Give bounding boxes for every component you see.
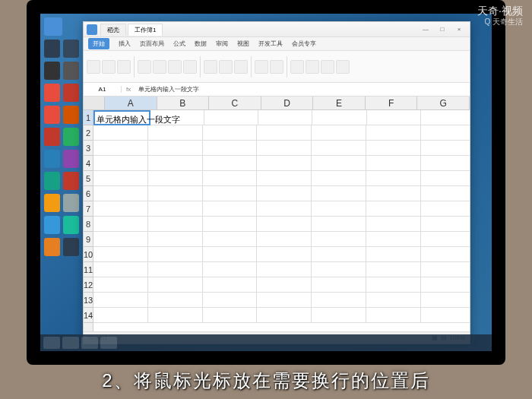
cell[interactable] bbox=[203, 201, 258, 217]
cell[interactable] bbox=[257, 141, 312, 156]
row-header[interactable]: 8 bbox=[84, 217, 93, 232]
cell[interactable] bbox=[148, 141, 203, 156]
cell[interactable] bbox=[312, 156, 366, 171]
cell[interactable] bbox=[148, 277, 203, 293]
cells-grid[interactable]: 单元格内输入一段文字 bbox=[93, 110, 470, 331]
cell[interactable] bbox=[312, 125, 366, 141]
merge-button[interactable] bbox=[255, 60, 268, 74]
cell[interactable] bbox=[366, 277, 421, 293]
cell[interactable] bbox=[421, 125, 470, 141]
cell[interactable] bbox=[421, 247, 470, 262]
menu-member[interactable]: 会员专享 bbox=[292, 40, 316, 48]
cell[interactable] bbox=[93, 247, 148, 262]
row-header[interactable]: 10 bbox=[84, 247, 93, 262]
cell[interactable] bbox=[203, 247, 258, 262]
cell[interactable] bbox=[148, 201, 203, 217]
align-left-button[interactable] bbox=[204, 60, 217, 74]
cell[interactable] bbox=[312, 308, 366, 323]
taskbar-item[interactable] bbox=[100, 337, 117, 349]
cell[interactable] bbox=[257, 262, 312, 277]
font-button[interactable] bbox=[138, 60, 151, 74]
menu-file[interactable]: 开始 bbox=[88, 38, 109, 49]
cell[interactable] bbox=[366, 293, 421, 308]
cell[interactable] bbox=[366, 186, 421, 201]
fx-icon[interactable]: fx bbox=[122, 86, 135, 93]
cell[interactable] bbox=[366, 262, 421, 277]
desktop-icon[interactable] bbox=[63, 62, 79, 80]
desktop-icon[interactable] bbox=[44, 216, 60, 234]
filter-button[interactable] bbox=[336, 60, 350, 74]
cell[interactable] bbox=[312, 293, 366, 308]
desktop-icon[interactable] bbox=[44, 106, 60, 124]
select-all-corner[interactable] bbox=[84, 97, 105, 110]
sort-button[interactable] bbox=[321, 60, 334, 74]
cell[interactable] bbox=[148, 156, 203, 171]
cell[interactable] bbox=[366, 217, 421, 232]
cell[interactable] bbox=[203, 277, 258, 293]
cell[interactable] bbox=[312, 247, 366, 262]
minimize-button[interactable]: — bbox=[418, 24, 433, 35]
cell[interactable] bbox=[148, 186, 203, 201]
cell[interactable] bbox=[204, 110, 258, 125]
cell[interactable] bbox=[93, 171, 148, 186]
cell[interactable] bbox=[148, 308, 203, 323]
cell[interactable] bbox=[257, 171, 312, 186]
cell[interactable] bbox=[366, 308, 421, 323]
row-header[interactable]: 4 bbox=[84, 156, 93, 171]
cell-a1[interactable]: 单元格内输入一段文字 bbox=[93, 110, 150, 125]
row-header[interactable]: 3 bbox=[84, 141, 93, 156]
cell[interactable] bbox=[203, 125, 258, 141]
cell[interactable] bbox=[203, 141, 258, 156]
cell[interactable] bbox=[148, 125, 203, 141]
row-header[interactable]: 5 bbox=[84, 171, 93, 186]
cell[interactable] bbox=[203, 156, 258, 171]
tab-docer[interactable]: 稻壳 bbox=[100, 24, 126, 36]
cell[interactable] bbox=[312, 262, 366, 277]
cell[interactable] bbox=[421, 171, 470, 186]
cell[interactable] bbox=[257, 293, 312, 308]
cell[interactable] bbox=[93, 293, 148, 308]
desktop-icon[interactable] bbox=[63, 128, 79, 146]
row-header[interactable]: 7 bbox=[84, 201, 93, 217]
cell[interactable] bbox=[93, 141, 148, 156]
desktop-icon[interactable] bbox=[44, 150, 60, 168]
cell[interactable] bbox=[148, 262, 203, 277]
cell[interactable] bbox=[203, 232, 258, 247]
cell[interactable] bbox=[203, 293, 258, 308]
desktop-icon[interactable] bbox=[63, 106, 79, 124]
row-header[interactable]: 11 bbox=[84, 262, 93, 277]
close-button[interactable]: × bbox=[451, 24, 467, 35]
cell[interactable] bbox=[257, 156, 312, 171]
cell[interactable] bbox=[258, 110, 312, 125]
sum-button[interactable] bbox=[306, 60, 319, 74]
cell[interactable] bbox=[257, 232, 312, 247]
cell[interactable] bbox=[312, 141, 366, 156]
cell[interactable] bbox=[421, 141, 470, 156]
start-button[interactable] bbox=[43, 337, 60, 349]
cell[interactable] bbox=[93, 262, 148, 277]
cell[interactable] bbox=[366, 247, 421, 262]
desktop-icon[interactable] bbox=[44, 238, 60, 256]
cell[interactable] bbox=[93, 201, 148, 217]
col-header-e[interactable]: E bbox=[313, 97, 366, 109]
col-header-b[interactable]: B bbox=[157, 97, 210, 109]
cell[interactable] bbox=[203, 186, 258, 201]
tab-workbook[interactable]: 工作簿1 bbox=[128, 24, 163, 36]
cell[interactable] bbox=[312, 171, 366, 186]
desktop-icon[interactable] bbox=[63, 84, 79, 102]
cell[interactable] bbox=[93, 186, 148, 201]
col-header-g[interactable]: G bbox=[417, 97, 470, 109]
underline-button[interactable] bbox=[183, 60, 197, 74]
desktop-icon[interactable] bbox=[44, 172, 60, 190]
maximize-button[interactable]: □ bbox=[435, 24, 450, 35]
row-header[interactable]: 2 bbox=[84, 125, 93, 141]
align-center-button[interactable] bbox=[219, 60, 233, 74]
col-header-c[interactable]: C bbox=[209, 97, 261, 109]
row-header[interactable]: 13 bbox=[84, 293, 93, 308]
cell[interactable] bbox=[93, 277, 148, 293]
bold-button[interactable] bbox=[153, 60, 166, 74]
row-header[interactable]: 9 bbox=[84, 232, 93, 247]
cell[interactable] bbox=[93, 156, 148, 171]
cut-button[interactable] bbox=[102, 60, 116, 74]
col-header-a[interactable]: A bbox=[105, 97, 157, 109]
